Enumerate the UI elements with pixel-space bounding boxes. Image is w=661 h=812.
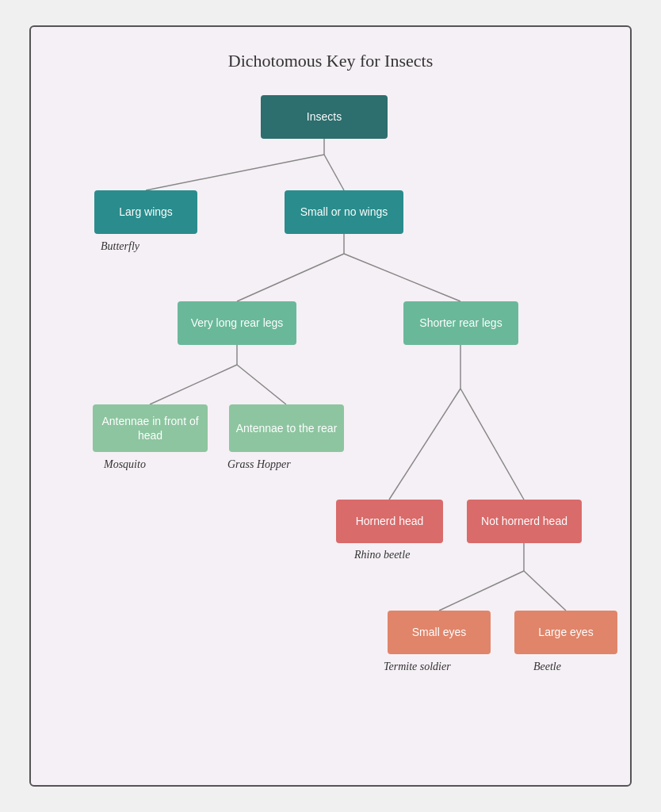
svg-line-14 (524, 571, 566, 611)
antennae-front-node: Antennae in front of head (93, 404, 208, 452)
grasshopper-label: Grass Hopper (227, 458, 291, 471)
chart-title: Dichotomous Key for Insects (47, 51, 614, 71)
tree-container: Insects Larg wings Small or no wings But… (47, 95, 614, 714)
svg-line-11 (460, 389, 524, 500)
main-card: Dichotomous Key for Insects (29, 25, 632, 787)
insects-node: Insects (261, 95, 388, 139)
butterfly-label: Butterfly (101, 240, 139, 253)
large-eyes-node: Large eyes (514, 611, 617, 654)
svg-line-13 (439, 571, 524, 611)
svg-line-8 (237, 365, 286, 404)
mosquito-label: Mosquito (104, 458, 146, 471)
svg-line-2 (324, 155, 344, 190)
svg-line-10 (389, 389, 460, 500)
not-hornerd-node: Not hornerd head (467, 500, 582, 543)
very-long-legs-node: Very long rear legs (178, 301, 296, 345)
svg-line-4 (237, 254, 344, 301)
svg-line-1 (146, 155, 324, 190)
larg-wings-node: Larg wings (94, 190, 197, 234)
svg-line-5 (344, 254, 460, 301)
small-eyes-node: Small eyes (388, 611, 491, 654)
shorter-legs-node: Shorter rear legs (403, 301, 518, 345)
antennae-rear-node: Antennae to the rear (229, 404, 344, 452)
hornerd-head-node: Hornerd head (336, 500, 443, 543)
beetle-label: Beetle (533, 661, 561, 673)
rhino-beetle-label: Rhino beetle (354, 549, 410, 561)
small-no-wings-node: Small or no wings (285, 190, 403, 234)
svg-line-7 (150, 365, 237, 404)
termite-label: Termite soldier (384, 661, 451, 673)
